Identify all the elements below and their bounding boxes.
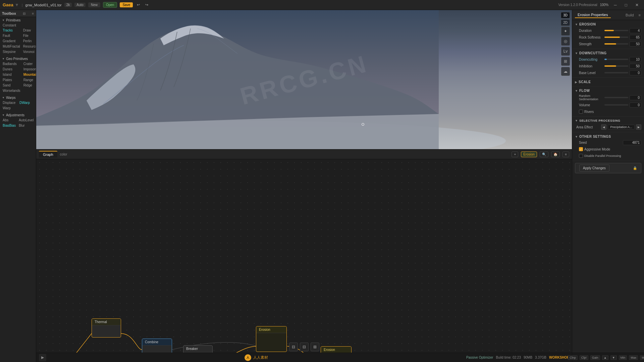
close-button[interactable]: ✕: [633, 2, 641, 8]
rp-slider-downcutting[interactable]: [604, 59, 629, 60]
rp-slider-inhibition[interactable]: [604, 65, 629, 67]
rp-area-arrow-left[interactable]: ◀: [601, 124, 606, 130]
toolbox-item-crater[interactable]: Crater: [22, 61, 36, 66]
toolbox-item-mountain[interactable]: Mountain: [22, 72, 36, 77]
viewport-3d[interactable]: 3D 2D ✦ ◎ Lv ⊞ ☁ RRCG.CN: [36, 10, 572, 149]
toolbox-item-fault[interactable]: Fault: [1, 33, 21, 38]
toolbox-item-voronoi[interactable]: Voronoi: [22, 49, 36, 54]
sun-icon[interactable]: ✦: [561, 27, 570, 36]
redo-icon[interactable]: ↪: [144, 2, 150, 8]
toolbox-item-blur[interactable]: Blur: [17, 123, 35, 128]
graph-bt-icon2[interactable]: ⊟: [300, 343, 309, 351]
warps-section-header[interactable]: ▼ Warps: [0, 95, 36, 100]
rp-slider-strength[interactable]: [604, 43, 629, 45]
toolbox-item-worselands[interactable]: Worselands: [1, 88, 22, 93]
node-thermal[interactable]: Thermal: [92, 318, 121, 338]
node-erosion2[interactable]: Erosion: [321, 346, 352, 353]
toolbox-item-ridge[interactable]: Ridge: [22, 83, 36, 88]
rp-area-arrow-right[interactable]: ▶: [636, 124, 641, 130]
rp-erosion-header[interactable]: ▼ EROSION: [572, 21, 644, 27]
rp-btn-down[interactable]: ▼: [610, 355, 617, 360]
toolbox-item-multifractal[interactable]: MultiFractal: [1, 44, 21, 49]
toolbox-item-imposons[interactable]: Imposons: [22, 67, 36, 72]
save-button[interactable]: Save: [120, 2, 133, 7]
node-breaker[interactable]: Breaker: [183, 345, 213, 353]
geo-primitives-section-header[interactable]: ▼ Geo Primitives: [0, 56, 36, 61]
node-graph[interactable]: Thermal Combine Breaker: [36, 159, 572, 353]
rp-input-volume[interactable]: [630, 103, 641, 108]
graph-home-btn[interactable]: 🏠: [551, 152, 560, 157]
graph-bt-icon3[interactable]: ⊞: [311, 343, 319, 351]
rp-slider-volume[interactable]: [604, 104, 629, 106]
toolbox-item-biasbias[interactable]: BiasBias: [1, 123, 17, 128]
graph-add-btn[interactable]: +: [512, 152, 518, 157]
rp-seed-input[interactable]: [623, 140, 641, 145]
mode-badge[interactable]: Auto: [74, 3, 86, 7]
toolbox-item-autolevel[interactable]: AutoLevel: [17, 118, 35, 123]
open-button[interactable]: Open: [103, 2, 117, 8]
grid-icon[interactable]: ⊞: [561, 57, 570, 66]
new-button[interactable]: New: [88, 2, 100, 7]
rp-tab-properties[interactable]: Erosion Properties: [575, 12, 611, 18]
toolbox-icon1[interactable]: ⊟: [23, 12, 25, 15]
rp-checkbox-disable-parallel[interactable]: [579, 154, 583, 158]
rp-input-random-sed[interactable]: [630, 95, 641, 100]
toolbox-item-displace[interactable]: Displace: [1, 100, 18, 105]
toolbox-item-draw[interactable]: Draw: [22, 28, 36, 33]
graph-bt-icon1[interactable]: ⊟: [289, 343, 298, 351]
rp-btn-min2[interactable]: Min: [640, 355, 644, 360]
rp-btn-clnp[interactable]: Clnp: [568, 355, 578, 360]
toolbox-item-badlands[interactable]: Badlands: [1, 61, 22, 66]
rp-input-duration[interactable]: [630, 28, 641, 33]
rp-other-header[interactable]: ▼ OTHER SETTINGS: [572, 134, 644, 139]
rp-slider-base-level[interactable]: [604, 72, 629, 73]
graph-current-node[interactable]: Erosion: [521, 152, 537, 157]
target-icon[interactable]: ◎: [561, 37, 570, 46]
rp-checkbox-aggressive[interactable]: ✓: [579, 147, 583, 151]
maximize-button[interactable]: □: [622, 2, 630, 8]
rp-scale-header[interactable]: ▶ SCALE: [572, 79, 644, 85]
node-erosion1[interactable]: Erosion: [256, 326, 287, 352]
viewport-3d-btn[interactable]: 3D: [561, 12, 570, 18]
toolbox-item-island[interactable]: Island: [1, 72, 22, 77]
rp-btn-max[interactable]: Max: [629, 355, 638, 360]
rp-menu-icon[interactable]: ≡: [638, 12, 641, 18]
apply-changes-button[interactable]: Apply Changes: [579, 165, 609, 172]
rp-btn-up[interactable]: ▲: [602, 355, 608, 360]
bb-play-icon[interactable]: ▶: [39, 354, 46, 361]
toolbox-item-perlin[interactable]: Perlin: [22, 39, 36, 44]
rp-input-downcutting[interactable]: [630, 57, 641, 62]
rp-checkbox-rivers[interactable]: [579, 110, 583, 114]
toolbox-item-gradient[interactable]: Gradient: [1, 39, 21, 44]
adjustments-section-header[interactable]: ▼ Adjustments: [0, 112, 36, 118]
cloud-icon[interactable]: ☁: [561, 67, 570, 76]
rp-input-rock-softness[interactable]: [630, 35, 641, 40]
toolbox-item-stepsine[interactable]: Stepsine: [1, 49, 21, 54]
graph-search-btn[interactable]: 🔍: [540, 152, 548, 157]
graph-menu-btn[interactable]: ≡: [562, 152, 569, 157]
lock-icon[interactable]: 🔒: [633, 166, 637, 170]
rp-flow-header[interactable]: ▼ FLOW: [572, 88, 644, 94]
undo-icon[interactable]: ↩: [136, 2, 141, 8]
rp-slider-rock-softness[interactable]: [604, 37, 629, 38]
toolbox-item-resource[interactable]: Resource: [22, 44, 36, 49]
viewport-2d-btn[interactable]: 2D: [561, 19, 570, 26]
rp-area-value[interactable]: Precipitation A...: [608, 125, 635, 129]
toolbox-item-abs[interactable]: Abs: [1, 118, 17, 123]
rp-selective-header[interactable]: ▼ SELECTIVE PROCESSING: [572, 118, 644, 123]
resolution-badge[interactable]: 2k: [64, 3, 72, 7]
graph-tab[interactable]: Graph: [39, 151, 57, 158]
rp-slider-random-sed[interactable]: [604, 97, 629, 98]
toolbox-item-sand[interactable]: Sand: [1, 83, 22, 88]
toolbox-item-constant[interactable]: Constant: [1, 23, 35, 28]
toolbox-item-tracks[interactable]: Tracks: [1, 28, 21, 33]
rp-slider-duration[interactable]: [604, 30, 629, 31]
toolbox-icon2[interactable]: ≡: [32, 12, 34, 15]
toolbox-item-range[interactable]: Range: [22, 77, 36, 82]
rp-btn-min[interactable]: Min: [619, 355, 627, 360]
node-combine[interactable]: Combine: [142, 339, 172, 353]
toolbox-item-dwarp[interactable]: DWarp: [18, 100, 35, 105]
rp-btn-clp[interactable]: Clp!: [580, 355, 588, 360]
primitives-section-header[interactable]: ▼ Primitives: [0, 17, 36, 23]
rp-btn-gain[interactable]: Gain: [590, 355, 600, 360]
